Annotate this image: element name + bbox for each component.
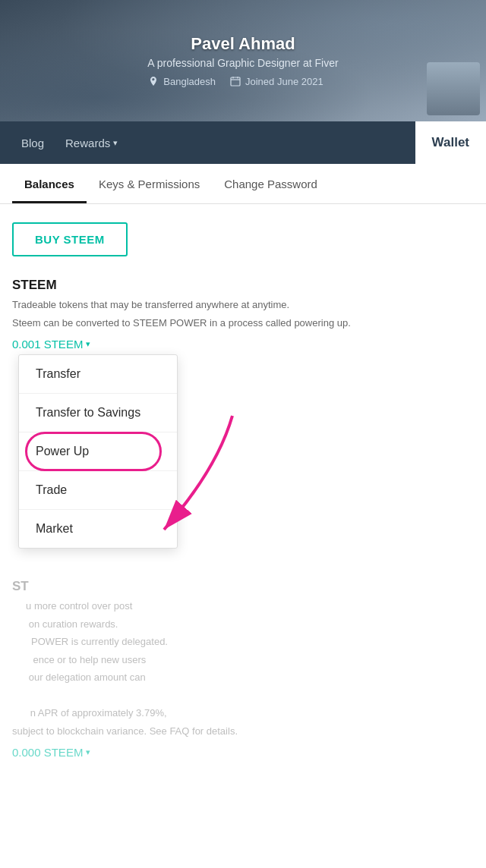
profile-tagline: A professional Graphic Designer at Fiver — [147, 57, 338, 69]
steem-power-desc-2: pa on curation rewards. — [12, 617, 474, 632]
steem-desc-1: Tradeable tokens that may be transferred… — [12, 297, 474, 313]
profile-joined: Joined June 2021 — [229, 75, 323, 87]
steem-power-title: ST — [12, 579, 474, 594]
steem-balance-dropdown-trigger[interactable]: 0.001 STEEM ▾ — [12, 338, 90, 351]
steem-power-desc-1: In u more control over post — [12, 599, 474, 614]
profile-meta: Bangladesh Joined June 2021 — [147, 75, 338, 87]
dropdown-transfer[interactable]: Transfer — [19, 355, 177, 394]
profile-name: Pavel Ahmad — [147, 34, 338, 54]
balance-chevron-icon: ▾ — [86, 339, 90, 349]
location-icon — [147, 75, 159, 87]
svg-rect-0 — [231, 77, 240, 86]
steem-power-balance-trigger[interactable]: 0.000 STEEM ▾ — [12, 746, 90, 759]
profile-overlay: Pavel Ahmad A professional Graphic Desig… — [147, 34, 338, 87]
tab-balances[interactable]: Balances — [12, 164, 87, 203]
steem-desc-2: Steem can be converted to STEEM POWER in… — [12, 316, 474, 331]
steem-power-desc-7: ST n APR of approximately 3.79%, — [12, 706, 474, 721]
avatar-image — [427, 62, 480, 115]
dropdown-power-up[interactable]: Power Up — [19, 432, 177, 471]
steem-power-desc-8: subject to blockchain variance. See FAQ … — [12, 724, 474, 739]
buy-steem-button[interactable]: BUY STEEM — [12, 222, 128, 256]
steem-title: STEEM — [12, 278, 474, 293]
nav-blog[interactable]: Blog — [12, 131, 53, 156]
steem-dropdown-menu: Transfer Transfer to Savings Power Up Tr… — [18, 354, 178, 549]
location-text: Bangladesh — [163, 76, 216, 87]
dropdown-trade[interactable]: Trade — [19, 471, 177, 510]
steem-power-chevron-icon: ▾ — [86, 747, 90, 757]
steem-power-desc-3: P... POWER is currently delegated. — [12, 634, 474, 649]
tab-change-password[interactable]: Change Password — [212, 164, 330, 203]
steem-power-section: ST In u more control over post pa on cur… — [12, 579, 474, 760]
dropdown-market[interactable]: Market — [19, 510, 177, 548]
tab-keys[interactable]: Keys & Permissions — [87, 164, 212, 203]
nav-items: Blog Rewards ▾ — [12, 131, 474, 156]
dropdown-transfer-savings[interactable]: Transfer to Savings — [19, 394, 177, 432]
steem-power-desc-5: pe our delegation amount can — [12, 670, 474, 685]
nav-rewards[interactable]: Rewards ▾ — [56, 131, 127, 156]
steem-balance-value: 0.001 STEEM — [12, 338, 83, 351]
nav-rewards-label: Rewards — [65, 137, 110, 149]
nav-bar: Blog Rewards ▾ Wallet — [0, 121, 486, 164]
profile-location: Bangladesh — [147, 75, 216, 87]
content-area: BUY STEEM STEEM Tradeable tokens that ma… — [0, 204, 486, 778]
steem-power-desc-6: fl — [12, 688, 474, 703]
chevron-down-icon: ▾ — [113, 138, 118, 148]
calendar-icon — [229, 75, 241, 87]
steem-power-desc-4: D... ence or to help new users — [12, 653, 474, 668]
avatar — [427, 62, 480, 115]
steem-section: STEEM Tradeable tokens that may be trans… — [12, 278, 474, 549]
joined-text: Joined June 2021 — [245, 76, 323, 87]
steem-power-balance-value: 0.000 STEEM — [12, 746, 83, 759]
profile-header: Pavel Ahmad A professional Graphic Desig… — [0, 0, 486, 121]
tabs-bar: Balances Keys & Permissions Change Passw… — [0, 164, 486, 204]
nav-wallet[interactable]: Wallet — [415, 121, 486, 164]
